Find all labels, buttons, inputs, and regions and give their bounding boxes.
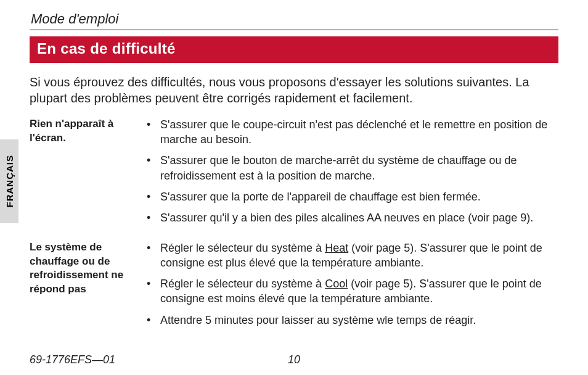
section-intro-text: Si vous éprouvez des difficultés, nous v…: [30, 74, 558, 106]
language-tab-label: FRANÇAIS: [4, 155, 15, 208]
section-heading: En cas de difficulté: [30, 36, 558, 63]
problem-text: Rien n'apparaît à l'écran.: [30, 117, 142, 146]
solution-item: S'assurer que la porte de l'appareil de …: [142, 189, 558, 204]
solution-item: S'assurer qu'il y a bien des piles alcal…: [142, 210, 558, 225]
document-title: Mode d'emploi: [30, 11, 558, 27]
solution-item: Régler le sélecteur du système à Cool (v…: [142, 276, 558, 307]
divider-top: [30, 30, 558, 30]
solution-text-pre: Régler le sélecteur du système à: [160, 242, 325, 254]
trouble-row: Rien n'apparaît à l'écran. S'assurer que…: [30, 117, 558, 232]
solutions-list: Régler le sélecteur du système à Heat (v…: [142, 241, 558, 334]
problem-text: Le système de chauffage ou de refroidiss…: [30, 241, 142, 297]
language-tab: FRANÇAIS: [0, 139, 18, 223]
solution-item: Attendre 5 minutes pour laisser au systè…: [142, 313, 558, 328]
solution-text-underline: Heat: [325, 242, 348, 254]
trouble-row: Le système de chauffage ou de refroidiss…: [30, 241, 558, 334]
solution-text-pre: Régler le sélecteur du système à: [160, 278, 325, 290]
solutions-list: S'assurer que le coupe-circuit n'est pas…: [142, 117, 558, 232]
solution-item: Régler le sélecteur du système à Heat (v…: [142, 241, 558, 271]
solution-text-underline: Cool: [325, 278, 348, 290]
document-number: 69-1776EFS—01: [30, 353, 115, 366]
page-footer: 69-1776EFS—01 10: [30, 353, 558, 366]
page-number: 10: [288, 353, 300, 366]
manual-page: Mode d'emploi En cas de difficulté Si vo…: [0, 0, 588, 375]
solution-item: S'assurer que le bouton de marche-arrêt …: [142, 153, 558, 183]
solution-item: S'assurer que le coupe-circuit n'est pas…: [142, 117, 558, 147]
